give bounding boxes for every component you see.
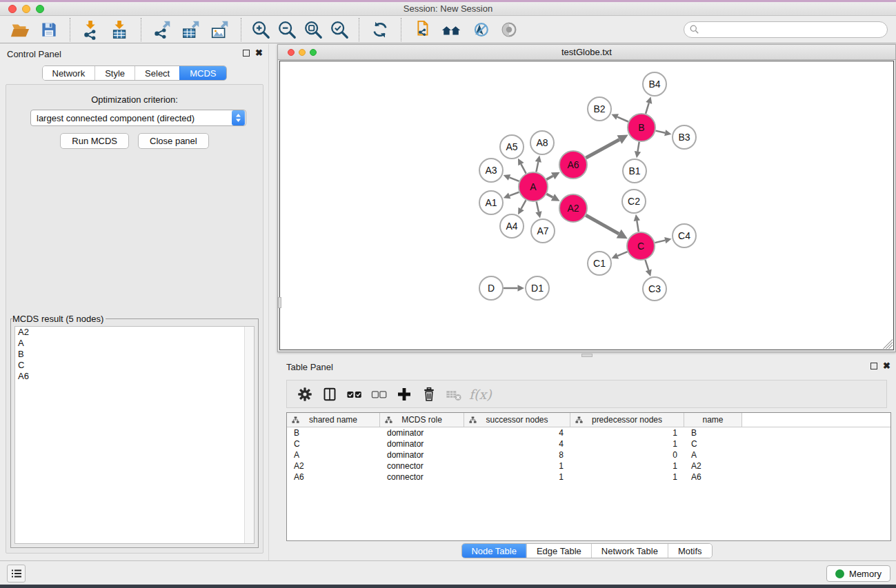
column-header-name[interactable]: name <box>684 413 742 427</box>
criterion-select[interactable]: largest connected component (directed) <box>30 110 246 126</box>
table-header-row: shared name MCDS role successor nodes pr… <box>287 413 890 427</box>
column-header-successor-nodes[interactable]: successor nodes <box>464 413 570 427</box>
mcds-result-item[interactable]: A2 <box>15 327 254 338</box>
toolbar-separator <box>241 18 241 41</box>
graph-edge-A-A5[interactable] <box>521 164 526 173</box>
import-network-button[interactable] <box>80 19 102 41</box>
graph-edge-B-B3[interactable] <box>655 131 665 133</box>
graph-edge-C-C3[interactable] <box>645 260 648 270</box>
graph-edge-B-B1[interactable] <box>637 142 639 152</box>
mcds-result-item[interactable]: B <box>15 349 254 360</box>
close-panel-icon[interactable]: ✖ <box>883 363 890 369</box>
graph-edge-A-A1[interactable] <box>510 192 519 196</box>
tab-network-table[interactable]: Network Table <box>591 544 668 558</box>
tab-network[interactable]: Network <box>42 66 94 80</box>
tab-mcds[interactable]: MCDS <box>179 66 226 80</box>
columns-icon <box>321 386 338 403</box>
mcds-result-item[interactable]: A6 <box>15 371 254 382</box>
table-row[interactable]: A6connector11A6 <box>287 472 892 483</box>
delete-table-button[interactable] <box>441 384 466 405</box>
graph-edge-A-A8[interactable] <box>536 162 538 172</box>
result-scrollbar[interactable] <box>244 327 254 543</box>
refresh-icon <box>370 20 390 39</box>
graph-edge-C-C1[interactable] <box>617 252 627 256</box>
zoom-selected-button[interactable] <box>328 19 350 41</box>
main-toolbar <box>0 16 896 43</box>
float-panel-icon[interactable] <box>243 50 250 57</box>
delete-column-button[interactable] <box>417 384 441 405</box>
graph-edge-C-C4[interactable] <box>655 241 665 243</box>
column-header-predecessor-nodes[interactable]: predecessor nodes <box>570 413 684 427</box>
zoom-fit-icon <box>303 19 323 40</box>
column-header-mcds-role[interactable]: MCDS role <box>380 413 464 427</box>
graph-edge-A-A3[interactable] <box>510 177 519 181</box>
mcds-result-list[interactable]: A2ABCA6 <box>14 326 255 544</box>
function-builder-button[interactable]: f(x) <box>469 387 492 402</box>
run-mcds-button[interactable]: Run MCDS <box>60 133 129 149</box>
network-canvas[interactable]: B4B2BB3B1A5A8A3A6AA1C2A4A7A2CC4C1C3DD1 <box>279 61 894 350</box>
mcds-buttons: Run MCDS Close panel <box>6 133 263 149</box>
table-row[interactable]: A2connector11A2 <box>287 460 892 472</box>
tab-node-table[interactable]: Node Table <box>461 544 526 558</box>
home-icon <box>441 19 461 40</box>
resize-grip[interactable] <box>883 339 893 349</box>
graph-node-label: B2 <box>593 103 605 114</box>
graph-edge-B-B2[interactable] <box>617 117 628 122</box>
select-all-button[interactable] <box>342 384 367 405</box>
export-table-button[interactable] <box>180 19 202 41</box>
tab-style[interactable]: Style <box>94 66 135 80</box>
table-row[interactable]: Cdominator41C <box>287 438 892 449</box>
export-network-button[interactable] <box>151 19 173 41</box>
preview-button[interactable] <box>498 19 520 41</box>
graph-node-label: A7 <box>537 225 548 236</box>
zoom-fit-button[interactable] <box>302 19 324 41</box>
graph-edge-A-A6[interactable] <box>546 176 552 179</box>
import-table-button[interactable] <box>109 19 131 41</box>
network-graph[interactable]: B4B2BB3B1A5A8A3A6AA1C2A4A7A2CC4C1C3DD1 <box>280 61 894 350</box>
export-image-button[interactable] <box>209 19 231 41</box>
zoom-in-button[interactable] <box>250 19 272 41</box>
network-window-titlebar[interactable]: testGlobe.txt <box>278 45 895 60</box>
tab-select[interactable]: Select <box>135 66 179 80</box>
refresh-button[interactable] <box>369 19 391 41</box>
copy-network-button[interactable] <box>411 19 433 41</box>
control-panel-title: Control Panel <box>7 49 61 59</box>
column-header-shared-name[interactable]: shared name <box>287 413 380 427</box>
table-row[interactable]: Bdominator41B <box>287 427 892 438</box>
graph-edge-A6-B[interactable] <box>586 139 619 157</box>
toolbar-separator <box>359 18 359 41</box>
mcds-result-title: MCDS result (5 nodes) <box>12 314 106 324</box>
hide-graphics-details-button[interactable] <box>469 19 491 41</box>
app-title: Session: New Session <box>0 3 896 14</box>
graph-edge-A2-C[interactable] <box>586 215 619 234</box>
trash-icon <box>421 386 437 403</box>
close-panel-button[interactable]: Close panel <box>138 133 209 149</box>
open-session-button[interactable] <box>9 19 31 41</box>
graph-edge-B-B4[interactable] <box>646 103 649 114</box>
memory-button[interactable]: Memory <box>826 565 890 582</box>
tab-edge-table[interactable]: Edge Table <box>526 544 591 558</box>
graph-edge-A-A4[interactable] <box>521 200 526 209</box>
float-panel-icon[interactable] <box>870 363 877 369</box>
search-input[interactable] <box>702 24 882 34</box>
graph-edge-A-A7[interactable] <box>537 201 539 212</box>
search-field[interactable] <box>684 21 888 38</box>
mcds-result-item[interactable]: C <box>15 360 254 371</box>
split-handle[interactable] <box>581 354 593 357</box>
tab-motifs[interactable]: Motifs <box>668 544 712 558</box>
deselect-all-button[interactable] <box>367 384 392 405</box>
home-button[interactable] <box>440 19 462 41</box>
table-columns-button[interactable] <box>317 384 342 405</box>
mcds-result-item[interactable]: A <box>15 338 254 349</box>
graph-edge-C-C2[interactable] <box>637 221 638 232</box>
zoom-out-button[interactable] <box>276 19 298 41</box>
split-handle[interactable] <box>278 297 281 308</box>
show-task-history-button[interactable] <box>7 565 26 582</box>
graph-edge-A-A2[interactable] <box>546 194 552 197</box>
table-settings-button[interactable] <box>292 384 317 405</box>
close-panel-icon[interactable]: ✖ <box>255 50 263 57</box>
table-row[interactable]: Adominator80A <box>287 449 892 460</box>
add-column-button[interactable] <box>392 384 417 405</box>
graph-arrowhead <box>535 156 541 163</box>
save-session-button[interactable] <box>38 19 60 41</box>
